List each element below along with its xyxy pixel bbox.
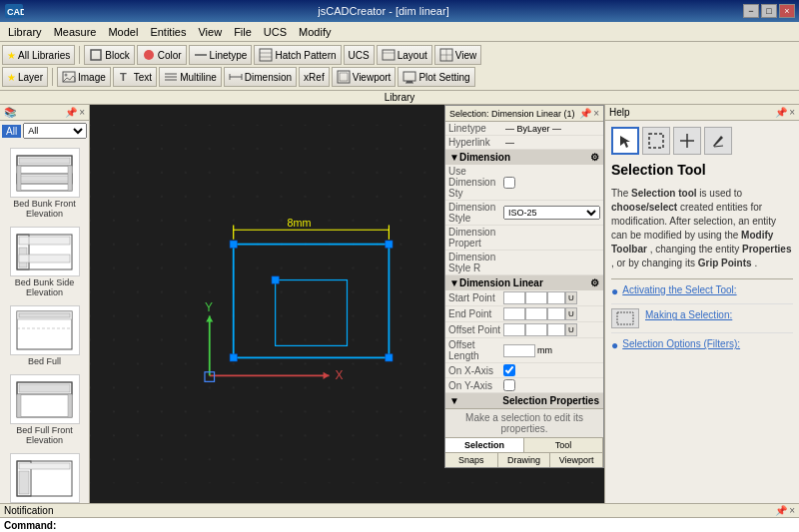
lib-item-bed-bunk-front[interactable]: Bed Bunk Front Elevation [2,145,87,222]
selection-properties-header[interactable]: ▼Selection Properties [445,393,603,408]
tab-selection[interactable]: Selection [445,438,524,452]
help-close-icon[interactable]: × [789,107,795,118]
on-y-axis-row: On Y-Axis [445,378,603,393]
start-point-x[interactable]: 20 [503,291,525,304]
svg-line-81 [714,146,723,147]
end-point-u-btn[interactable]: U [565,307,577,320]
tb-all-libraries[interactable]: ★ All Libraries [2,45,75,65]
dim-style-r-label: Dimension Style R [448,252,503,273]
tb-image[interactable]: Image [57,67,111,87]
help-pin-icon[interactable]: 📌 [775,107,787,118]
on-x-axis-checkbox[interactable] [503,364,515,376]
tb-xref[interactable]: xRef [299,67,330,87]
offset-point-z[interactable]: 0 [547,323,565,336]
notif-pin-icon[interactable]: 📌 [775,505,787,516]
sel-pin-icon[interactable]: 📌 [579,108,591,119]
offset-point-u-btn[interactable]: U [565,323,577,336]
help-tool-pencil-icon[interactable] [704,127,732,155]
close-button[interactable]: × [779,4,795,18]
dim-property-row: Dimension Propert [445,226,603,251]
tb-view[interactable]: View [434,45,482,65]
menu-item-file[interactable]: File [228,25,258,39]
offset-point-x[interactable]: 28 [503,323,525,336]
library-close[interactable]: × [79,107,85,118]
end-point-z[interactable]: 0 [547,307,565,320]
tb-plot-setting[interactable]: Plot Setting [398,67,474,87]
dim-style-label: Dimension Style [448,202,503,224]
svg-text:8mm: 8mm [288,217,312,229]
use-dim-sty-label: Use Dimension Sty [448,166,503,199]
menu-item-entities[interactable]: Entities [144,25,192,39]
svg-marker-80 [713,136,723,147]
canvas-area[interactable]: X Y 8mm Selection: Dimension Line [90,105,604,503]
subtab-viewport[interactable]: Viewport [550,453,603,467]
tb-block[interactable]: Block [84,45,134,65]
end-point-y[interactable]: 20 [525,307,547,320]
end-point-x[interactable]: 28 [503,307,525,320]
offset-point-y[interactable]: 24... [525,323,547,336]
offset-point-row: Offset Point 28 24... 0 U [445,322,603,338]
library-pin[interactable]: 📌 [65,107,77,118]
help-tool-window-icon[interactable] [642,127,670,155]
help-section-activating[interactable]: ● Activating the Select Tool: [611,283,793,300]
use-dim-sty-checkbox[interactable] [503,177,515,189]
tb-linetype[interactable]: Linetype [189,45,253,65]
tb-text[interactable]: TText [113,67,157,87]
menu-item-modify[interactable]: Modify [293,25,337,39]
tb-layer[interactable]: ★ Layer [2,67,48,87]
help-tool-cross-icon[interactable] [673,127,701,155]
dim-linear-section-header[interactable]: ▼Dimension Linear ⚙ [445,275,603,290]
making-label: Making a Selection: [645,308,732,322]
dim-style-select[interactable]: ISO-25 [503,206,600,220]
lib-item-bed-bunk-side[interactable]: Bed Bunk Side Elevation [2,224,87,300]
lib-item-bed-full-side[interactable]: Bed Full Side [2,450,87,503]
library-collapse[interactable]: 📚 [4,107,16,118]
menu-item-model[interactable]: Model [102,25,144,39]
svg-rect-48 [68,394,72,417]
lib-item-bed-full-front[interactable]: Bed Full Front Elevation [2,371,87,448]
help-section-options[interactable]: ● Selection Options (Filters): [611,337,793,354]
tb-multiline[interactable]: Multiline [159,67,222,87]
start-point-label: Start Point [448,292,503,303]
tb-layout[interactable]: Layout [377,45,432,65]
tb-color[interactable]: Color [137,45,187,65]
sel-close-icon[interactable]: × [593,108,599,119]
svg-rect-77 [649,134,663,148]
help-tool-arrow-icon[interactable] [611,127,639,155]
notif-close-icon[interactable]: × [789,505,795,516]
tb-hatch-pattern[interactable]: Hatch Pattern [254,45,341,65]
dimension-section-header[interactable]: ▼Dimension ⚙ [445,150,603,165]
start-point-y[interactable]: 30 [525,291,547,304]
svg-point-3 [144,50,154,60]
tb-viewport[interactable]: Viewport [332,67,397,87]
menu-item-view[interactable]: View [192,25,228,39]
library-filter-select[interactable]: All [23,123,87,139]
lib-item-bed-full[interactable]: Bed Full [2,302,87,369]
subtab-snaps[interactable]: Snaps [445,453,498,467]
svg-rect-42 [19,313,70,317]
help-section-making[interactable]: Making a Selection: [611,308,793,328]
on-y-axis-checkbox[interactable] [503,379,515,391]
help-panel-header: Help 📌 × [605,105,799,121]
offset-length-label: Offset Length [448,339,503,361]
library-panel: 📚 📌 × All All [0,105,90,503]
help-title: Selection Tool [611,161,793,181]
offset-length-value[interactable]: 4.018 [503,344,535,357]
svg-rect-2 [91,50,101,60]
menu-item-library[interactable]: Library [2,25,48,39]
menu-item-measure[interactable]: Measure [48,25,103,39]
tb-ucs[interactable]: UCS [344,45,375,65]
hyperlink-value: — [503,138,600,148]
svg-rect-51 [19,471,29,494]
start-point-u-btn[interactable]: U [565,291,577,304]
subtab-drawing[interactable]: Drawing [498,453,551,467]
tab-tool[interactable]: Tool [524,438,603,452]
menu-item-ucs[interactable]: UCS [258,25,293,39]
window-title: jsCADCreator - [dim linear] [24,5,743,17]
on-y-axis-label: On Y-Axis [448,380,503,391]
minimize-button[interactable]: − [743,4,759,18]
activating-label: Activating the Select Tool: [622,283,736,297]
tb-dimension[interactable]: Dimension [224,67,297,87]
start-point-z[interactable]: 0 [547,291,565,304]
maximize-button[interactable]: □ [761,4,777,18]
